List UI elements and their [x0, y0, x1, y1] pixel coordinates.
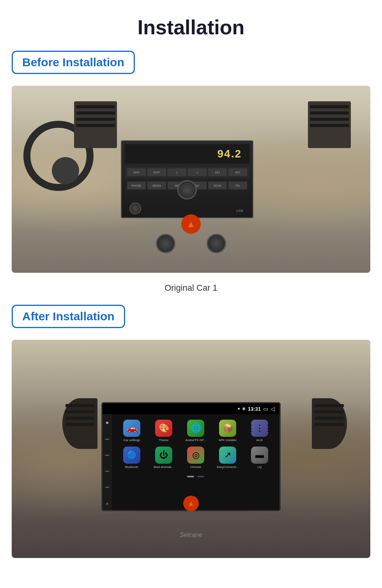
battery-icon: ▭ — [263, 406, 268, 412]
ctrl-btn: 1 — [168, 168, 186, 176]
vent-slot — [76, 118, 115, 121]
original-head-unit: 94.2 WIFI DISP 1 2 AF1 AF2 PHONE MEDIA M… — [121, 140, 253, 218]
app-icon-apk[interactable]: 📦 APK Installer — [214, 420, 241, 442]
car-settings-icon-img: 🚗 — [123, 420, 140, 437]
usb-label: USB — [234, 207, 245, 214]
ctrl-btn: AF2 — [228, 168, 247, 176]
left-vent — [74, 101, 117, 148]
before-image-caption: Original Car 1 — [164, 283, 218, 293]
before-car-image: 94.2 WIFI DISP 1 2 AF1 AF2 PHONE MEDIA M… — [12, 86, 370, 273]
page-dot-active — [187, 476, 194, 477]
chrome-label: Chrome — [190, 465, 201, 469]
page-title: Installation — [0, 0, 382, 51]
app-icon-easyconnect[interactable]: ↗ EasyConnecti... — [214, 447, 241, 469]
aux-label: AUX — [256, 438, 263, 442]
app-icon-boot[interactable]: ⏻ Boot Animati... — [150, 447, 177, 469]
steering-center — [52, 157, 79, 184]
app-icon-theme[interactable]: 🎨 Theme — [150, 420, 177, 442]
hazard-icon: ▲ — [187, 500, 195, 508]
apps-grid: 🚗 Car settings 🎨 Theme 🌐 AndroITS GP... … — [112, 414, 279, 474]
android-head-unit-screen: ✦ ❋ 13:31 ▭ ◁ 🚗 — [101, 402, 281, 511]
theme-label: Theme — [159, 438, 169, 442]
car-settings-label: Car settings — [124, 438, 140, 442]
ctrl-btn: AF1 — [208, 168, 227, 176]
after-left-vent — [62, 398, 97, 449]
before-image-container: 94.2 WIFI DISP 1 2 AF1 AF2 PHONE MEDIA M… — [12, 86, 370, 273]
androits-icon-img: 🌐 — [187, 420, 204, 437]
dot-indicator — [106, 503, 108, 505]
after-image-container: ✦ ❋ 13:31 ▭ ◁ 🚗 — [12, 340, 370, 558]
before-badge-label: Before Installation — [22, 56, 124, 69]
volume-knob — [177, 180, 197, 200]
after-car-image: ✦ ❋ 13:31 ▭ ◁ 🚗 — [12, 340, 370, 558]
vent-slot — [310, 118, 349, 121]
vent-slot — [315, 410, 344, 413]
vent-slot — [76, 124, 115, 127]
back-icon: ◁ — [271, 406, 275, 412]
androits-label: AndroITS GP... — [185, 438, 206, 442]
app-icon-chrome[interactable]: ◎ Chrome — [182, 447, 209, 469]
strip-bar — [105, 487, 109, 488]
bottom-knob-left — [156, 234, 175, 253]
ctrl-btn: WIFI — [127, 168, 146, 176]
app-icon-aux[interactable]: ⋮⋮⋮ AUX — [246, 420, 273, 442]
vent-slot — [315, 423, 344, 426]
bottom-knob-right — [207, 234, 226, 253]
vent-slot — [65, 417, 94, 420]
app-icon-bluetooth[interactable]: 🔵 Bluetooth — [118, 447, 145, 469]
vent-slot — [76, 111, 115, 115]
ctrl-btn: TEL — [228, 182, 247, 189]
ctrl-btn: SCAN — [208, 182, 227, 189]
strip-bar — [105, 471, 109, 472]
after-hazard-button: ▲ — [183, 496, 199, 511]
android-statusbar: ✦ ❋ 13:31 ▭ ◁ — [103, 403, 279, 414]
vent-slot — [65, 410, 94, 413]
lq-icon-img: ▬ — [251, 447, 268, 464]
vent-slot — [315, 417, 344, 420]
apk-icon-img: 📦 — [219, 420, 236, 437]
theme-icon-img: 🎨 — [155, 420, 172, 437]
signal-status-icon: ❋ — [242, 406, 246, 411]
app-icon-androits[interactable]: 🌐 AndroITS GP... — [182, 420, 209, 442]
page-dot — [197, 476, 204, 477]
hazard-icon: ▲ — [186, 219, 196, 230]
after-installation-badge: After Installation — [12, 305, 125, 328]
after-right-vent — [312, 398, 347, 449]
strip-bar — [105, 439, 109, 440]
small-knob-left — [129, 203, 141, 214]
easy-icon-img: ↗ — [219, 447, 236, 464]
dot-indicator — [106, 422, 108, 424]
bottom-knobs-row — [156, 234, 226, 253]
frequency-display: 94.2 — [218, 148, 242, 160]
boot-label: Boot Animati... — [154, 465, 174, 469]
vent-slot — [310, 111, 349, 115]
lq-label: LQ — [258, 465, 262, 469]
ctrl-btn: 2 — [188, 168, 207, 176]
easy-label: EasyConnecti... — [217, 465, 239, 469]
vent-slot — [310, 105, 349, 108]
controls-row: WIFI DISP 1 2 AF1 AF2 — [125, 166, 249, 178]
vent-slot — [76, 105, 115, 108]
right-vent — [308, 101, 351, 148]
vent-slot — [310, 124, 349, 127]
apps-area: 🚗 Car settings 🎨 Theme 🌐 AndroITS GP... … — [112, 414, 279, 510]
bt-icon-img: 🔵 — [123, 447, 140, 464]
vent-slot — [315, 404, 344, 407]
vent-slot — [65, 404, 94, 407]
bt-label: Bluetooth — [125, 465, 138, 469]
aux-icon-img: ⋮⋮⋮ — [251, 420, 268, 437]
app-icon-lq[interactable]: ▬ LQ — [246, 447, 273, 469]
app-icon-car-settings[interactable]: 🚗 Car settings — [118, 420, 145, 442]
left-side-strip — [103, 414, 112, 511]
brand-watermark: Seicane — [180, 531, 202, 539]
page-indicators — [112, 476, 279, 477]
after-badge-label: After Installation — [22, 310, 115, 323]
radio-display: 94.2 — [125, 144, 249, 164]
ctrl-btn: DISP — [147, 168, 166, 176]
chrome-icon-img: ◎ — [187, 447, 204, 464]
status-icons: ✦ ❋ — [237, 406, 246, 411]
before-installation-badge: Before Installation — [12, 51, 135, 74]
ctrl-btn: PHONE — [127, 182, 146, 189]
vent-slot — [65, 423, 94, 426]
ctrl-btn: MEDIA — [147, 182, 166, 189]
